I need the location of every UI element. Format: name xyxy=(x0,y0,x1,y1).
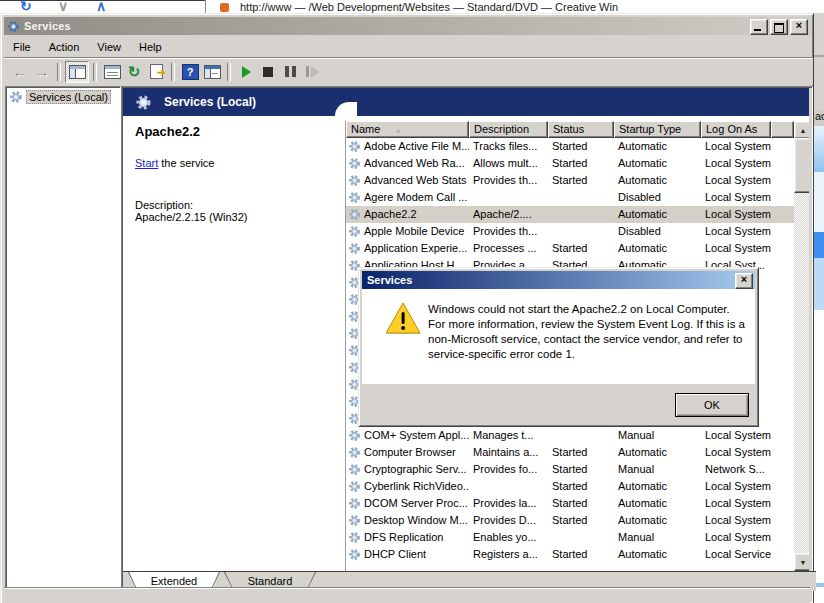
maximize-button[interactable] xyxy=(770,19,788,35)
cell-description: Enables yo... xyxy=(469,529,548,546)
close-button[interactable]: × xyxy=(790,19,808,35)
cell-status: Started xyxy=(548,495,614,512)
cell-name: Adobe Active File M... xyxy=(346,138,469,155)
cell-startup: Automatic xyxy=(614,512,701,529)
table-row[interactable]: Cryptographic Serv...Provides fo...Start… xyxy=(346,461,794,478)
cell-description: Processes ... xyxy=(469,240,548,257)
table-row[interactable]: Apache2.2Apache/2....AutomaticLocal Syst… xyxy=(346,206,794,223)
cell-logon: Local System xyxy=(701,529,771,546)
dialog-message: Windows could not start the Apache2.2 on… xyxy=(428,302,750,362)
show-window-icon[interactable] xyxy=(201,62,223,82)
table-row[interactable]: DFS ReplicationEnables yo...ManualLocal … xyxy=(346,529,794,546)
service-gear-icon xyxy=(348,191,361,204)
menu-help[interactable]: Help xyxy=(130,39,171,55)
menu-action[interactable]: Action xyxy=(40,39,89,55)
cell-startup: Disabled xyxy=(614,189,701,206)
cell-name: Apple Mobile Device xyxy=(346,223,469,240)
cell-startup: Automatic xyxy=(614,155,701,172)
column-header-stub xyxy=(771,121,794,138)
minimize-button[interactable] xyxy=(750,19,768,35)
browser-refresh-icon[interactable]: ↻ xyxy=(20,0,32,14)
cell-status: Started xyxy=(548,155,614,172)
help-icon[interactable]: ? xyxy=(179,62,201,82)
column-header-name[interactable]: Name▲ xyxy=(346,121,469,138)
start-service-icon[interactable] xyxy=(235,62,257,82)
column-header-status[interactable]: Status xyxy=(548,121,614,138)
cell-status xyxy=(548,206,614,223)
menu-file[interactable]: File xyxy=(4,39,40,55)
table-row[interactable]: Apple Mobile DeviceProvides th...Disable… xyxy=(346,223,794,240)
scroll-down-icon[interactable]: ▼ xyxy=(794,553,809,571)
cell-logon: Local System xyxy=(701,495,771,512)
export-list-icon[interactable]: ➔ xyxy=(145,62,167,82)
properties-icon[interactable] xyxy=(101,62,123,82)
table-row[interactable]: Computer BrowserMaintains a...StartedAut… xyxy=(346,444,794,461)
service-gear-icon xyxy=(348,140,361,153)
status-bar xyxy=(4,588,810,603)
cell-name: Advanced Web Ra... xyxy=(346,155,469,172)
cell-startup: Automatic xyxy=(614,478,701,495)
table-row[interactable]: DCOM Server Proc...Provides la...Started… xyxy=(346,495,794,512)
description-label: Description: xyxy=(135,199,335,211)
table-row[interactable]: Agere Modem Call ...DisabledLocal System xyxy=(346,189,794,206)
cell-name: Agere Modem Call ... xyxy=(346,189,469,206)
cell-name: Cryptographic Serv... xyxy=(346,461,469,478)
scrollbar-thumb[interactable] xyxy=(794,138,809,193)
forward-icon[interactable]: → xyxy=(31,62,53,82)
cell-logon: Local System xyxy=(701,172,771,189)
cell-startup: Automatic xyxy=(614,546,701,563)
table-row[interactable]: Advanced Web Ra...Allows mult...StartedA… xyxy=(346,155,794,172)
pause-service-icon[interactable] xyxy=(279,62,301,82)
table-row[interactable]: Advanced Web StatsProvides th...StartedA… xyxy=(346,172,794,189)
cell-name: Advanced Web Stats xyxy=(346,172,469,189)
ok-button[interactable]: OK xyxy=(675,393,749,417)
refresh-icon[interactable]: ↻ xyxy=(123,62,145,82)
tree-item-services-local[interactable]: Services (Local) xyxy=(7,88,119,106)
cell-name: DHCP Client xyxy=(346,546,469,563)
cell-status xyxy=(548,223,614,240)
services-gear-icon xyxy=(135,94,152,111)
cell-description: Manages t... xyxy=(469,427,548,444)
cell-startup: Disabled xyxy=(614,223,701,240)
service-gear-icon xyxy=(348,429,361,442)
menu-bar: FileActionViewHelp xyxy=(4,36,808,58)
table-row[interactable]: Application Experie...Processes ...Start… xyxy=(346,240,794,257)
selected-service-name: Apache2.2 xyxy=(135,124,335,139)
vertical-scrollbar[interactable]: ▲ ▼ xyxy=(794,121,809,571)
cell-status: Started xyxy=(548,512,614,529)
show-console-tree-icon[interactable] xyxy=(65,61,89,83)
cell-description: Tracks files... xyxy=(469,138,548,155)
table-row[interactable]: Adobe Active File M...Tracks files...Sta… xyxy=(346,138,794,155)
stop-service-icon[interactable] xyxy=(257,62,279,82)
cell-description xyxy=(469,189,548,206)
warning-icon xyxy=(386,303,422,338)
table-row[interactable]: Desktop Window M...Provides D...StartedA… xyxy=(346,512,794,529)
column-header-description[interactable]: Description xyxy=(469,121,548,138)
column-header-startup-type[interactable]: Startup Type xyxy=(614,121,701,138)
dialog-close-button[interactable]: × xyxy=(735,273,753,289)
browser-chevron-up-icon[interactable]: ∧ xyxy=(96,0,106,14)
cell-startup: Automatic xyxy=(614,495,701,512)
cell-logon: Local System xyxy=(701,206,771,223)
column-header-log-on-as[interactable]: Log On As xyxy=(701,121,771,138)
start-service-link[interactable]: Start xyxy=(135,157,158,169)
dialog-titlebar[interactable]: Services × xyxy=(362,271,755,289)
browser-chevron-down-icon[interactable]: ∨ xyxy=(58,0,68,14)
favicon xyxy=(220,3,229,12)
restart-service-icon[interactable] xyxy=(301,62,323,82)
service-gear-icon xyxy=(348,208,361,221)
table-row[interactable]: DHCP ClientRegisters a...StartedAutomati… xyxy=(346,546,794,563)
cell-description: Provides la... xyxy=(469,495,548,512)
table-row[interactable]: COM+ System Appl...Manages t...ManualLoc… xyxy=(346,427,794,444)
menu-view[interactable]: View xyxy=(88,39,130,55)
cell-name: Computer Browser xyxy=(346,444,469,461)
banner: Services (Local) xyxy=(123,88,809,116)
back-icon[interactable]: ← xyxy=(9,62,31,82)
window-titlebar[interactable]: Services × xyxy=(4,17,811,35)
action-rest: the service xyxy=(158,157,214,169)
close-icon: × xyxy=(736,273,752,285)
table-row[interactable]: Cyberlink RichVideo...StartedAutomaticLo… xyxy=(346,478,794,495)
scroll-up-icon[interactable]: ▲ xyxy=(794,121,809,139)
service-gear-icon xyxy=(348,225,361,238)
cell-startup: Manual xyxy=(614,529,701,546)
